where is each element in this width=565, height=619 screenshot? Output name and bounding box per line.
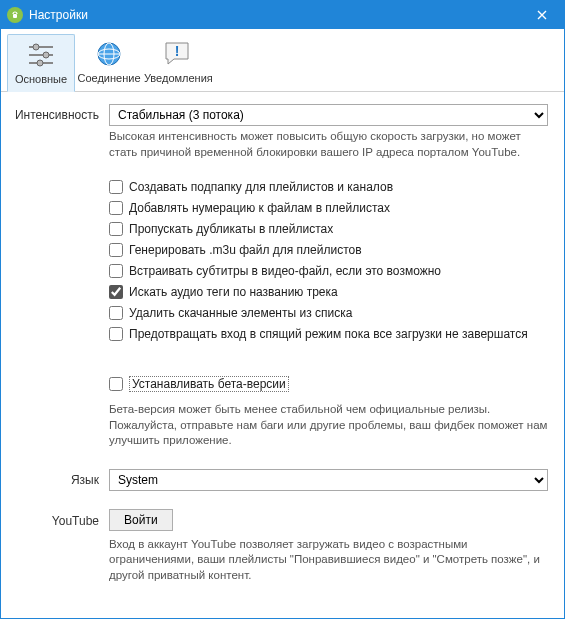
tab-notifications-label: Уведомления <box>144 72 210 84</box>
option-checkbox-input[interactable] <box>109 222 123 236</box>
language-label: Язык <box>1 469 109 491</box>
options-list: Создавать подпапку для плейлистов и кана… <box>109 178 548 348</box>
intensity-row: Интенсивность Стабильная (3 потока) Высо… <box>1 104 548 160</box>
svg-point-4 <box>43 52 49 58</box>
svg-text:!: ! <box>175 43 180 59</box>
globe-icon <box>93 38 125 70</box>
option-checkbox[interactable]: Искать аудио теги по названию трека <box>109 285 548 299</box>
window-title: Настройки <box>29 8 520 22</box>
option-checkbox-input[interactable] <box>109 285 123 299</box>
option-checkbox-input[interactable] <box>109 306 123 320</box>
option-checkbox[interactable]: Создавать подпапку для плейлистов и кана… <box>109 180 548 194</box>
sliders-icon <box>25 39 57 71</box>
option-checkbox-input[interactable] <box>109 327 123 341</box>
svg-point-2 <box>33 44 39 50</box>
youtube-label: YouTube <box>1 509 109 584</box>
option-checkbox-label: Генерировать .m3u файл для плейлистов <box>129 243 362 257</box>
language-select[interactable]: System <box>109 469 548 491</box>
option-checkbox[interactable]: Удалить скачанные элементы из списка <box>109 306 548 320</box>
youtube-signin-button[interactable]: Войти <box>109 509 173 531</box>
option-checkbox-label: Пропускать дубликаты в плейлистах <box>129 222 333 236</box>
svg-rect-0 <box>13 14 17 18</box>
beta-checkbox[interactable]: Устанавливать бета-версии <box>109 376 289 392</box>
tab-notifications[interactable]: ! Уведомления <box>143 33 211 91</box>
tab-connection-label: Соединение <box>76 72 142 84</box>
option-checkbox-label: Удалить скачанные элементы из списка <box>129 306 352 320</box>
option-checkbox[interactable]: Встраивать субтитры в видео-файл, если э… <box>109 264 548 278</box>
tab-basic-label: Основные <box>8 73 74 85</box>
option-checkbox-input[interactable] <box>109 180 123 194</box>
option-checkbox-label: Искать аудио теги по названию трека <box>129 285 338 299</box>
option-checkbox-label: Добавлять нумерацию к файлам в плейлиста… <box>129 201 390 215</box>
beta-checkbox-input[interactable] <box>109 377 123 391</box>
option-checkbox[interactable]: Предотвращать вход в спящий режим пока в… <box>109 327 548 341</box>
settings-tabs: Основные Соединение ! Уведомления <box>1 29 564 92</box>
option-checkbox-label: Создавать подпапку для плейлистов и кана… <box>129 180 393 194</box>
option-checkbox-input[interactable] <box>109 201 123 215</box>
youtube-hint: Вход в аккаунт YouTube позволяет загружа… <box>109 537 548 584</box>
alert-icon: ! <box>161 38 193 70</box>
settings-panel: Интенсивность Стабильная (3 потока) Высо… <box>1 92 564 583</box>
beta-checkbox-label: Устанавливать бета-версии <box>129 376 289 392</box>
intensity-label: Интенсивность <box>1 104 109 160</box>
app-icon <box>7 7 23 23</box>
intensity-select[interactable]: Стабильная (3 потока) <box>109 104 548 126</box>
option-checkbox[interactable]: Генерировать .m3u файл для плейлистов <box>109 243 548 257</box>
tab-connection[interactable]: Соединение <box>75 33 143 91</box>
option-checkbox[interactable]: Добавлять нумерацию к файлам в плейлиста… <box>109 201 548 215</box>
option-checkbox-label: Встраивать субтитры в видео-файл, если э… <box>129 264 441 278</box>
beta-hint: Бета-версия может быть менее стабильной … <box>109 402 548 449</box>
option-checkbox[interactable]: Пропускать дубликаты в плейлистах <box>109 222 548 236</box>
close-button[interactable] <box>520 1 564 29</box>
option-checkbox-input[interactable] <box>109 264 123 278</box>
option-checkbox-label: Предотвращать вход в спящий режим пока в… <box>129 327 528 341</box>
title-bar: Настройки <box>1 1 564 29</box>
option-checkbox-input[interactable] <box>109 243 123 257</box>
svg-point-6 <box>37 60 43 66</box>
intensity-hint: Высокая интенсивность может повысить общ… <box>109 129 548 160</box>
tab-basic[interactable]: Основные <box>7 34 75 92</box>
